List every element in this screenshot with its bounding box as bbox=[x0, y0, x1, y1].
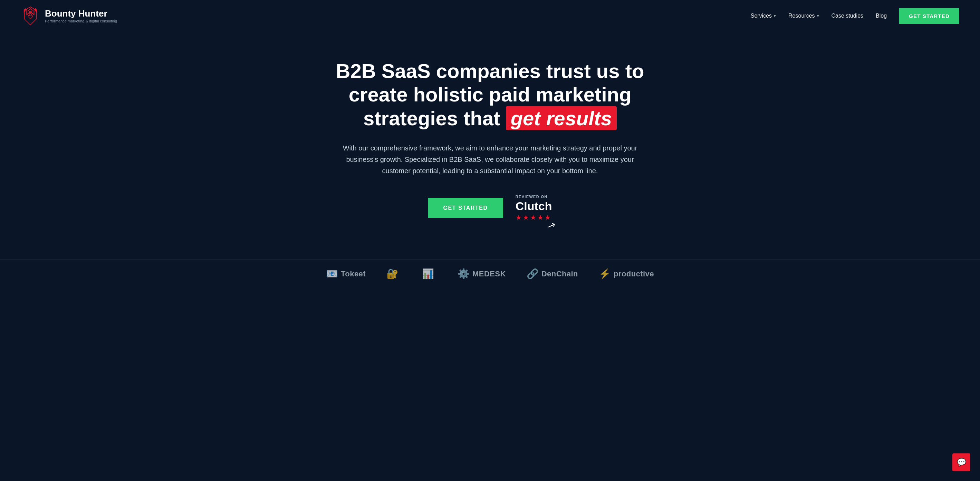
brand-name: Bounty Hunter bbox=[45, 9, 117, 19]
chat-icon: 💬 bbox=[957, 458, 966, 467]
denchain-label: DenChain bbox=[541, 270, 578, 278]
client-logo-2: 🔐 bbox=[387, 268, 401, 279]
svg-point-0 bbox=[29, 13, 32, 16]
brand-logo-icon bbox=[21, 6, 40, 25]
client-logo-tokeet: 📧 Tokeet bbox=[326, 268, 366, 279]
client-logo-productive: ⚡ productive bbox=[599, 268, 654, 279]
productive-label: productive bbox=[614, 270, 654, 278]
star-3: ★ bbox=[530, 213, 536, 222]
clutch-stars: ★ ★ ★ ★ ★ bbox=[515, 213, 551, 222]
hero-subtext: With our comprehensive framework, we aim… bbox=[335, 143, 645, 177]
clutch-name: Clutch bbox=[515, 200, 552, 212]
hero-get-started-button[interactable]: GET STARTED bbox=[428, 198, 503, 218]
client-logos-strip: 📧 Tokeet 🔐 📊 ⚙️ MEDESK 🔗 DenChain ⚡ prod… bbox=[0, 259, 980, 279]
chevron-down-icon: ▾ bbox=[817, 14, 819, 18]
denchain-icon: 🔗 bbox=[527, 268, 539, 279]
chevron-down-icon: ▾ bbox=[774, 14, 776, 18]
clutch-badge: REVIEWED ON Clutch ★ ★ ★ ★ ★ ↗ bbox=[515, 195, 552, 222]
medesk-label: MEDESK bbox=[473, 270, 506, 278]
navigation: Bounty Hunter Performance marketing & di… bbox=[0, 0, 980, 32]
logo-area[interactable]: Bounty Hunter Performance marketing & di… bbox=[21, 6, 117, 25]
client2-icon: 🔐 bbox=[387, 268, 398, 279]
hero-section: B2B SaaS companies trust us to create ho… bbox=[0, 32, 980, 242]
chat-widget-button[interactable]: 💬 bbox=[952, 453, 970, 471]
nav-services[interactable]: Services ▾ bbox=[751, 13, 776, 19]
star-1: ★ bbox=[515, 213, 522, 222]
hero-actions: GET STARTED REVIEWED ON Clutch ★ ★ ★ ★ ★… bbox=[428, 195, 552, 222]
nav-get-started-button[interactable]: GET STARTED bbox=[899, 8, 959, 24]
client-logo-denchain: 🔗 DenChain bbox=[527, 268, 578, 279]
client-logo-medesk: ⚙️ MEDESK bbox=[458, 268, 506, 279]
logo-text-group: Bounty Hunter Performance marketing & di… bbox=[45, 9, 117, 24]
medesk-icon: ⚙️ bbox=[458, 268, 469, 279]
client3-icon: 📊 bbox=[422, 268, 434, 279]
clutch-reviewed-label: REVIEWED ON bbox=[515, 195, 548, 199]
tokeet-icon: 📧 bbox=[326, 268, 338, 279]
nav-blog[interactable]: Blog bbox=[876, 13, 887, 19]
productive-icon: ⚡ bbox=[599, 268, 611, 279]
tokeet-label: Tokeet bbox=[341, 270, 366, 278]
hero-highlight: get results bbox=[506, 106, 617, 130]
brand-tagline: Performance marketing & digital consulti… bbox=[45, 19, 117, 23]
nav-case-studies[interactable]: Case studies bbox=[832, 13, 864, 19]
hero-heading: B2B SaaS companies trust us to create ho… bbox=[321, 59, 659, 130]
star-4: ★ bbox=[537, 213, 544, 222]
client-logo-3: 📊 bbox=[422, 268, 437, 279]
nav-resources[interactable]: Resources ▾ bbox=[788, 13, 819, 19]
star-2: ★ bbox=[523, 213, 529, 222]
nav-links: Services ▾ Resources ▾ Case studies Blog… bbox=[751, 8, 959, 24]
